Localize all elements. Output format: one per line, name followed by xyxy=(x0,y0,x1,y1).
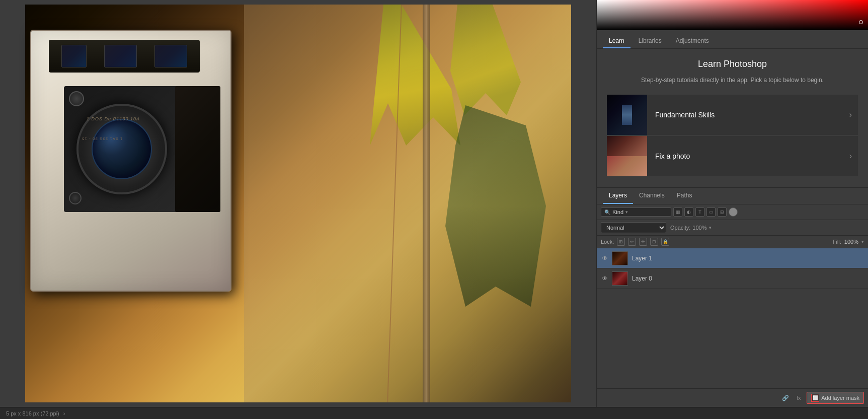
layers-section: Layers Channels Paths 🔍 Kind ▾ ▦ ◐ T ▭ ⊞ xyxy=(597,187,868,407)
layer-item-1[interactable]: 👁 Layer 1 xyxy=(597,248,868,268)
lock-icon-position[interactable]: ✛ xyxy=(639,238,647,246)
viewfinder-bar xyxy=(49,40,200,73)
color-picker-marker[interactable] xyxy=(859,20,863,24)
vf-cell-2 xyxy=(104,45,137,67)
tutorial-label-fundamental: Fundamental Skills xyxy=(647,111,849,119)
lens-dial-1 xyxy=(69,91,84,106)
opacity-control: Opacity: 100% ▾ xyxy=(670,225,712,231)
main-area: 1 DOS De P1130 10A 1 0A1 30S 30 - 15 xyxy=(0,0,868,407)
blend-row: Normal Opacity: 100% ▾ xyxy=(597,220,868,236)
lens-housing xyxy=(64,86,180,212)
opacity-label: Opacity: xyxy=(670,225,690,231)
lock-icon-transparent[interactable]: ⊞ xyxy=(617,238,625,246)
fill-label: Fill: xyxy=(833,239,841,245)
layer-thumb-0 xyxy=(612,271,628,286)
layer-thumb-1 xyxy=(612,251,628,265)
tutorial-arrow-fix-photo: › xyxy=(849,152,858,161)
tutorial-card-fix-photo[interactable]: Fix a photo › xyxy=(607,136,858,176)
color-picker-area[interactable] xyxy=(597,0,868,30)
lock-icon-artboard[interactable]: ⊡ xyxy=(650,238,658,246)
fill-chevron[interactable]: ▾ xyxy=(861,239,864,244)
kind-label[interactable]: Kind xyxy=(612,209,623,215)
layer-visibility-0[interactable]: 👁 xyxy=(601,274,609,283)
search-kind-container[interactable]: 🔍 Kind ▾ xyxy=(601,207,671,217)
canvas-wrapper: 1 DOS De P1130 10A 1 0A1 30S 30 - 15 xyxy=(25,5,571,402)
layers-bottom: 🔗 fx ⬜ Add layer mask xyxy=(597,388,868,407)
lock-row: Lock: ⊞ ✏ ✛ ⊡ 🔒 Fill: 100% ▾ xyxy=(597,236,868,248)
fill-value[interactable]: 100% xyxy=(844,239,858,245)
lock-icon-pixels[interactable]: ✏ xyxy=(628,238,636,246)
tutorial-thumb-fix xyxy=(607,136,647,176)
status-text: 5 px x 816 px (72 ppi) xyxy=(6,410,59,416)
filter-icon-adjust[interactable]: ◐ xyxy=(684,207,693,217)
camera-body: 1 DOS De P1130 10A 1 0A1 30S 30 - 15 xyxy=(30,30,231,292)
filter-icon-image[interactable]: ▦ xyxy=(673,207,682,217)
opacity-chevron[interactable]: ▾ xyxy=(709,225,712,230)
vf-cell-1 xyxy=(61,45,87,67)
lock-label: Lock: xyxy=(601,239,614,245)
tab-learn[interactable]: Learn xyxy=(603,34,630,48)
tutorial-label-fix-photo: Fix a photo xyxy=(647,152,849,160)
learn-panel-tabs: Learn Libraries Adjustments xyxy=(597,30,868,49)
tutorial-card-fundamental[interactable]: Fundamental Skills › xyxy=(607,95,858,135)
leather-section xyxy=(175,86,220,212)
tab-libraries[interactable]: Libraries xyxy=(633,34,668,48)
layer-visibility-1[interactable]: 👁 xyxy=(601,254,609,262)
layer-item-0[interactable]: 👁 Layer 0 xyxy=(597,268,868,289)
layers-toolbar: 🔍 Kind ▾ ▦ ◐ T ▭ ⊞ xyxy=(597,204,868,220)
tab-paths[interactable]: Paths xyxy=(671,188,698,204)
canvas-area: 1 DOS De P1130 10A 1 0A1 30S 30 - 15 xyxy=(0,0,596,407)
color-picker-gradient[interactable] xyxy=(597,0,868,30)
add-mask-label: Add layer mask xyxy=(821,395,859,401)
status-chevron[interactable]: › xyxy=(63,410,65,416)
vf-cell-3 xyxy=(154,45,187,67)
pole xyxy=(423,5,430,402)
tab-layers[interactable]: Layers xyxy=(603,188,633,204)
right-panel: Learn Libraries Adjustments Learn Photos… xyxy=(596,0,868,407)
filter-icon-smart[interactable]: ⊞ xyxy=(718,207,727,217)
camera-text-1: 1 DOS De P1130 10A xyxy=(87,116,140,121)
blend-mode-select[interactable]: Normal xyxy=(601,222,666,233)
filter-icon-shape[interactable]: ▭ xyxy=(706,207,716,217)
learn-title: Learn Photoshop xyxy=(607,59,858,69)
tutorial-arrow-fundamental: › xyxy=(849,110,858,119)
learn-subtitle: Step-by-step tutorials directly in the a… xyxy=(607,76,858,85)
fx-icon[interactable]: fx xyxy=(794,393,804,403)
kind-chevron[interactable]: ▾ xyxy=(625,210,628,215)
layers-list: 👁 Layer 1 👁 Layer 0 xyxy=(597,248,868,388)
layer-name-1: Layer 1 xyxy=(632,255,652,262)
filter-toggle[interactable] xyxy=(729,207,738,217)
link-icon[interactable]: 🔗 xyxy=(780,393,791,403)
opacity-value[interactable]: 100% xyxy=(692,225,706,231)
camera-text-2: 1 0A1 30S 30 - 15 xyxy=(82,136,123,141)
mask-icon: ⬜ xyxy=(811,394,819,402)
filter-icon-type[interactable]: T xyxy=(695,207,704,217)
layer-name-0: Layer 0 xyxy=(632,275,652,282)
learn-content: Learn Photoshop Step-by-step tutorials d… xyxy=(597,49,868,187)
search-icon: 🔍 xyxy=(604,210,610,215)
lock-icon-all[interactable]: 🔒 xyxy=(661,238,669,246)
layers-tabs: Layers Channels Paths xyxy=(597,188,868,204)
lens-inner xyxy=(92,119,152,179)
tab-channels[interactable]: Channels xyxy=(633,188,671,204)
lens-dial-2 xyxy=(69,192,82,204)
tutorial-thumb-fundamental xyxy=(607,95,647,135)
status-bar: 5 px x 816 px (72 ppi) › xyxy=(0,407,868,419)
add-layer-mask-button[interactable]: ⬜ Add layer mask xyxy=(807,392,864,404)
tab-adjustments[interactable]: Adjustments xyxy=(670,34,715,48)
